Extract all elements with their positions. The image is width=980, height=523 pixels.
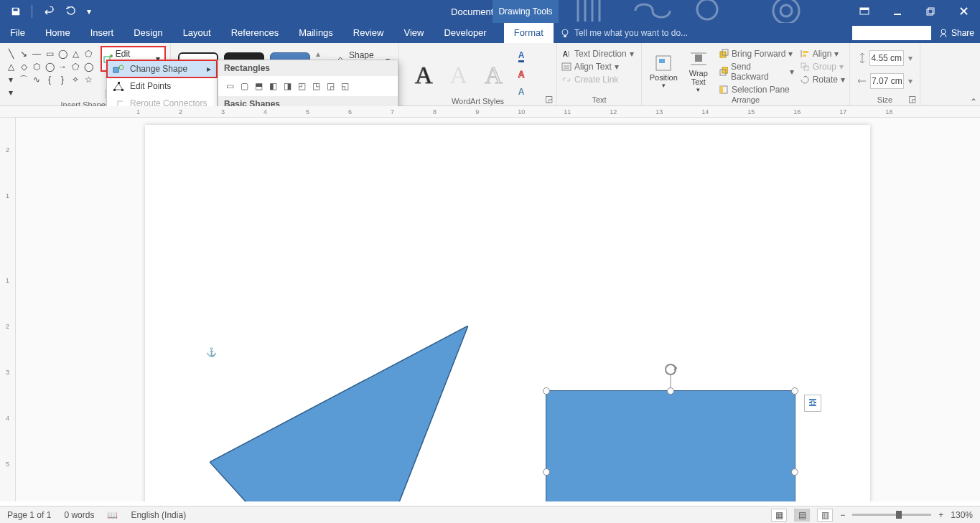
share-icon bbox=[938, 28, 948, 38]
svg-point-1 bbox=[780, 5, 792, 17]
rotate-button[interactable]: Rotate ▾ bbox=[800, 75, 845, 85]
tab-layout[interactable]: Layout bbox=[173, 23, 221, 43]
bulb-icon bbox=[560, 28, 570, 38]
tab-references[interactable]: References bbox=[221, 23, 289, 43]
tab-format[interactable]: Format bbox=[504, 23, 554, 43]
svg-rect-25 bbox=[720, 52, 726, 57]
resize-handle-w[interactable] bbox=[543, 468, 550, 476]
rectangles-grid[interactable]: ▭▢⬒◧◨◰◳◲◱ bbox=[218, 76, 398, 96]
svg-rect-6 bbox=[927, 9, 933, 15]
svg-rect-7 bbox=[928, 8, 934, 14]
zoom-out-icon[interactable]: − bbox=[840, 510, 845, 520]
svg-rect-40 bbox=[121, 89, 123, 91]
group-arrange: Position▾ Wrap Text▾ Bring Forward ▾ Sen… bbox=[642, 43, 850, 105]
status-page[interactable]: Page 1 of 1 bbox=[7, 510, 51, 520]
restore-icon[interactable] bbox=[914, 0, 947, 23]
tab-home[interactable]: Home bbox=[35, 23, 80, 43]
change-shape-item[interactable]: Change Shape▸ bbox=[107, 60, 217, 77]
tab-design[interactable]: Design bbox=[123, 23, 172, 43]
group-size: 4.55 cm▾ 7.07 cm▾ Size ◲ bbox=[850, 43, 920, 105]
selection-pane-button[interactable]: Selection Pane bbox=[719, 85, 794, 95]
shapes-gallery[interactable]: ╲↘— ▭◯△⬠ △◇⬡◯ →⬠◯▾ ⌒∿{} ✧☆▾ bbox=[4, 44, 101, 100]
tab-mailings[interactable]: Mailings bbox=[289, 23, 343, 43]
text-fill-icon[interactable]: A bbox=[518, 50, 525, 62]
zoom-level[interactable]: 130% bbox=[951, 510, 973, 520]
blue-triangle-shape[interactable] bbox=[210, 326, 468, 501]
shape-height-input[interactable]: 4.55 cm▾ bbox=[857, 50, 913, 66]
group-button: Group ▾ bbox=[800, 62, 845, 72]
svg-rect-27 bbox=[722, 67, 728, 73]
send-backward-button[interactable]: Send Backward ▾ bbox=[719, 62, 794, 82]
resize-handle-e[interactable] bbox=[791, 468, 798, 476]
svg-rect-21 bbox=[659, 59, 665, 63]
qat-more-icon[interactable]: ▾ bbox=[84, 3, 94, 20]
minimize-icon[interactable] bbox=[881, 0, 914, 23]
shape-width-input[interactable]: 7.07 cm▾ bbox=[857, 73, 913, 89]
print-layout-icon[interactable]: ▤ bbox=[794, 509, 810, 522]
zoom-in-icon[interactable]: + bbox=[938, 510, 943, 520]
text-effects-icon[interactable]: A bbox=[518, 87, 525, 97]
group-text: A Text Direction ▾ Align Text ▾ Create L… bbox=[557, 43, 642, 105]
status-language[interactable]: English (India) bbox=[131, 510, 186, 520]
align-button[interactable]: Align ▾ bbox=[800, 49, 845, 59]
edit-points-item[interactable]: Edit Points bbox=[107, 77, 217, 95]
svg-rect-9 bbox=[564, 35, 566, 37]
resize-handle-n[interactable] bbox=[667, 387, 674, 395]
wordart-gallery[interactable]: A A A bbox=[403, 53, 514, 89]
create-link-button: Create Link bbox=[561, 75, 637, 85]
bring-forward-button[interactable]: Bring Forward ▾ bbox=[719, 49, 794, 59]
svg-rect-36 bbox=[113, 67, 118, 72]
position-button[interactable]: Position▾ bbox=[646, 44, 681, 95]
vertical-ruler: 211234567 bbox=[0, 118, 16, 501]
web-layout-icon[interactable]: ▥ bbox=[817, 509, 833, 522]
svg-point-8 bbox=[562, 29, 568, 35]
ribbon-display-icon[interactable] bbox=[848, 0, 881, 23]
save-icon[interactable] bbox=[6, 3, 26, 20]
wordart-launcher[interactable]: ◲ bbox=[545, 94, 555, 104]
svg-rect-34 bbox=[801, 63, 806, 67]
edit-shape-menu: Change Shape▸ Edit Points Reroute Connec… bbox=[106, 60, 218, 113]
resize-handle-ne[interactable] bbox=[791, 387, 798, 395]
selected-rectangle-shape[interactable] bbox=[546, 390, 795, 501]
svg-rect-39 bbox=[118, 82, 120, 84]
tab-file[interactable]: File bbox=[0, 23, 35, 43]
svg-point-10 bbox=[941, 29, 946, 34]
resize-handle-nw[interactable] bbox=[543, 387, 550, 395]
collapse-ribbon-icon[interactable]: ⌃ bbox=[970, 97, 977, 107]
status-bar: Page 1 of 1 0 words 📖 English (India) ▦ … bbox=[0, 506, 980, 523]
size-launcher[interactable]: ◲ bbox=[908, 94, 918, 104]
share-button[interactable]: Share bbox=[938, 28, 974, 38]
undo-icon[interactable] bbox=[38, 3, 58, 20]
status-proofing-icon[interactable]: 📖 bbox=[107, 510, 118, 520]
tab-view[interactable]: View bbox=[393, 23, 434, 43]
search-input[interactable] bbox=[852, 26, 931, 40]
zoom-slider[interactable] bbox=[852, 514, 931, 516]
title-bar: ▾ Document1 - Word Drawing Tools ✕ bbox=[0, 0, 980, 23]
layout-options-button[interactable] bbox=[804, 395, 821, 412]
group-label-text: Text bbox=[561, 95, 637, 105]
status-words[interactable]: 0 words bbox=[64, 510, 94, 520]
svg-rect-33 bbox=[803, 55, 806, 57]
text-direction-button[interactable]: A Text Direction ▾ bbox=[561, 49, 637, 59]
svg-rect-35 bbox=[804, 66, 808, 70]
redo-icon[interactable] bbox=[61, 3, 81, 20]
svg-rect-17 bbox=[562, 63, 571, 70]
read-mode-icon[interactable]: ▦ bbox=[771, 509, 787, 522]
svg-rect-32 bbox=[803, 51, 808, 53]
tab-insert[interactable]: Insert bbox=[80, 23, 124, 43]
align-text-button[interactable]: Align Text ▾ bbox=[561, 62, 637, 72]
tell-me-search[interactable]: Tell me what you want to do... bbox=[560, 23, 688, 43]
close-icon[interactable]: ✕ bbox=[947, 0, 980, 23]
svg-rect-38 bbox=[113, 89, 116, 91]
group-label-arrange: Arrange bbox=[646, 95, 845, 105]
wrap-text-button[interactable]: Wrap Text▾ bbox=[681, 44, 717, 95]
document-viewport[interactable]: ⚓ bbox=[16, 118, 980, 501]
svg-point-2 bbox=[697, 0, 717, 19]
svg-marker-41 bbox=[210, 326, 468, 501]
tab-developer[interactable]: Developer bbox=[434, 23, 496, 43]
tab-review[interactable]: Review bbox=[343, 23, 394, 43]
width-icon bbox=[857, 76, 866, 86]
height-icon bbox=[857, 52, 865, 64]
align-text-icon bbox=[561, 62, 571, 72]
text-outline-icon[interactable]: A bbox=[518, 70, 525, 80]
